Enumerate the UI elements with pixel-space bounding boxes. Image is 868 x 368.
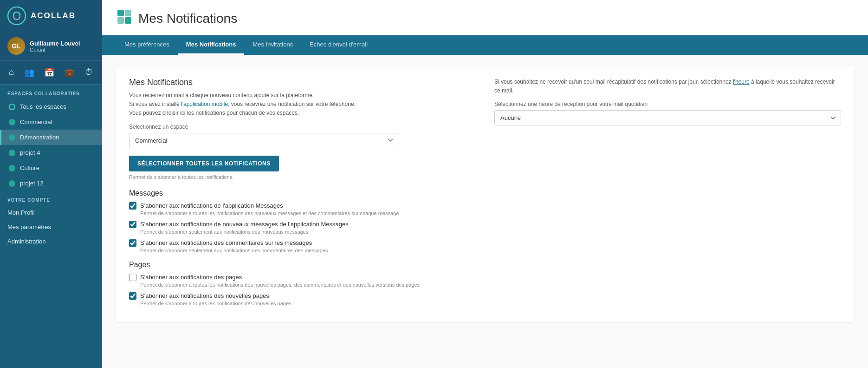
sidebar-user-info: Guillaume Louvel Gérant — [30, 40, 80, 53]
select-all-button[interactable]: SÉLECTIONNER TOUTES LES NOTIFICATIONS — [129, 156, 279, 171]
checkbox-msg-comments[interactable] — [129, 239, 136, 247]
sidebar-item-commercial[interactable]: Commercial — [0, 114, 102, 130]
sidebar: ACOLLAB GL Guillaume Louvel Gérant ⌂ 👥 📅… — [0, 0, 102, 368]
sidebar-item-projet12[interactable]: projet 12 — [0, 176, 102, 191]
content-inner: Mes Notifications Vous recevrez un mail … — [116, 66, 854, 322]
sidebar-item-label-demonstration: Démonstration — [20, 134, 59, 141]
content-area: Mes Notifications Vous recevrez un mail … — [102, 55, 868, 368]
calendar-icon[interactable]: 📅 — [42, 66, 56, 79]
tab-preferences[interactable]: Mes préférences — [116, 35, 178, 55]
tab-invitations[interactable]: Mes Invitations — [244, 35, 301, 55]
label-pages-new: S'abonner aux notifications des nouvelle… — [140, 292, 269, 299]
left-panel: Mes Notifications Vous recevrez un mail … — [129, 78, 476, 148]
hint-msg-new: Permet de s'abonner seulement aux notifi… — [129, 229, 841, 235]
sidebar-item-label-culture: Culture — [20, 164, 39, 171]
notification-item-msg-all: S'abonner aux notifications de l'applica… — [129, 202, 841, 216]
sidebar-item-tous[interactable]: Tous les espaces — [0, 99, 102, 114]
space-selector[interactable]: Commercial Démonstration projet 4 Cultur… — [129, 133, 398, 148]
sidebar-item-demonstration[interactable]: Démonstration — [0, 130, 102, 145]
sidebar-item-parametres[interactable]: Mes paramètres — [0, 220, 102, 234]
home-icon[interactable]: ⌂ — [7, 66, 16, 79]
hint-pages-all: Permet de s'abonner à toutes les notific… — [129, 282, 841, 288]
dot-projet4 — [9, 150, 15, 156]
desc-line1: Vous recevrez un mail à chaque nouveau c… — [129, 92, 314, 99]
svg-point-0 — [8, 7, 26, 25]
sidebar-item-label-tous: Tous les espaces — [20, 103, 66, 110]
sidebar-item-administration[interactable]: Administration — [0, 234, 102, 249]
svg-rect-2 — [117, 17, 124, 24]
dot-commercial — [9, 119, 15, 125]
checkbox-pages-all[interactable] — [129, 274, 136, 281]
page-header: Mes Notifications Mes préférences Mes No… — [102, 0, 868, 55]
sidebar-item-label-projet12: projet 12 — [20, 180, 44, 187]
sidebar-item-label-projet4: projet 4 — [20, 149, 40, 156]
page-title-row: Mes Notifications — [116, 8, 854, 29]
sidebar-item-culture[interactable]: Culture — [0, 160, 102, 176]
dot-demonstration — [9, 134, 15, 141]
sidebar-item-projet4[interactable]: projet 4 — [0, 145, 102, 160]
notification-item-msg-new: S'abonner aux notifications de nouveaux … — [129, 221, 841, 235]
right-description: Si vous souhaitez ne recevoir qu'un seul… — [494, 78, 841, 95]
clock-icon[interactable]: ⏱ — [83, 66, 95, 79]
notifications-section-title: Mes Notifications — [129, 78, 476, 87]
svg-rect-4 — [125, 17, 131, 24]
dot-projet12 — [9, 180, 15, 187]
sidebar-logo-text: ACOLLAB — [31, 11, 76, 20]
sidebar-item-label-commercial: Commercial — [20, 118, 52, 125]
label-msg-new: S'abonner aux notifications de nouveaux … — [140, 221, 349, 228]
top-section: Mes Notifications Vous recevrez un mail … — [129, 78, 841, 148]
notification-item-pages-new: S'abonner aux notifications des nouvelle… — [129, 292, 841, 306]
pages-section-title: Pages — [129, 261, 841, 269]
sidebar-logo: ACOLLAB — [0, 0, 102, 32]
right-panel: Si vous souhaitez ne recevoir qu'un seul… — [494, 78, 841, 148]
sidebar-user: GL Guillaume Louvel Gérant — [0, 32, 102, 61]
daily-time-select[interactable]: Aucune 8h00 9h00 10h00 12h00 14h00 17h00… — [494, 110, 841, 125]
messages-section-title: Messages — [129, 189, 841, 197]
checkbox-msg-all[interactable] — [129, 202, 136, 210]
dot-tous — [9, 104, 15, 110]
label-msg-all: S'abonner aux notifications de l'applica… — [140, 202, 283, 209]
espaces-section-label: ESPACES COLLABORATIFS — [0, 85, 102, 99]
hint-pages-new: Permet de s'abonner à toutes les notific… — [129, 301, 841, 306]
desc-line2: Si vous avez installé l'application mobi… — [129, 101, 356, 107]
sidebar-item-profil[interactable]: Mon Profil — [0, 205, 102, 220]
label-pages-all: S'abonner aux notifications des pages — [140, 274, 242, 281]
checkbox-pages-new[interactable] — [129, 292, 136, 300]
main-content: Mes Notifications Mes préférences Mes No… — [102, 0, 868, 368]
tab-notifications[interactable]: Mes Notifications — [178, 35, 245, 55]
hint-msg-all: Permet de s'abonner à toutes les notific… — [129, 210, 841, 216]
sidebar-nav-icons: ⌂ 👥 📅 💼 ⏱ — [0, 61, 102, 85]
tab-echec-email[interactable]: Echec d'envoi d'email — [301, 35, 376, 55]
dot-culture — [9, 165, 15, 171]
select-all-hint: Permet de s'abonner à toutes les notific… — [129, 174, 841, 180]
hint-msg-comments: Permet de s'abonner seulement aux notifi… — [129, 248, 841, 253]
svg-rect-3 — [125, 10, 131, 16]
acollab-logo-icon — [7, 7, 26, 25]
notification-item-pages-all: S'abonner aux notifications des pages Pe… — [129, 274, 841, 288]
desc-line3: Vous pouvez choisir ici les notification… — [129, 110, 299, 116]
page-title: Mes Notifications — [138, 11, 237, 26]
notifications-icon — [116, 8, 133, 29]
label-msg-comments: S'abonner aux notifications des commenta… — [140, 239, 312, 246]
notification-item-msg-comments: S'abonner aux notifications des commenta… — [129, 239, 841, 253]
sidebar-user-name: Guillaume Louvel — [30, 40, 80, 47]
compte-section-label: VOTRE COMPTE — [0, 191, 102, 205]
users-icon[interactable]: 👥 — [22, 66, 36, 79]
space-selector-label: Selectionnez un espace — [129, 124, 476, 130]
briefcase-icon[interactable]: 💼 — [63, 66, 77, 79]
description-block: Vous recevrez un mail à chaque nouveau c… — [129, 91, 476, 118]
sidebar-user-role: Gérant — [30, 47, 80, 53]
svg-rect-1 — [117, 10, 124, 16]
avatar: GL — [7, 37, 25, 55]
daily-label: Sélectionnez une heure de réception pour… — [494, 101, 841, 107]
page-tabs: Mes préférences Mes Notifications Mes In… — [102, 35, 868, 55]
checkbox-msg-new[interactable] — [129, 221, 136, 228]
